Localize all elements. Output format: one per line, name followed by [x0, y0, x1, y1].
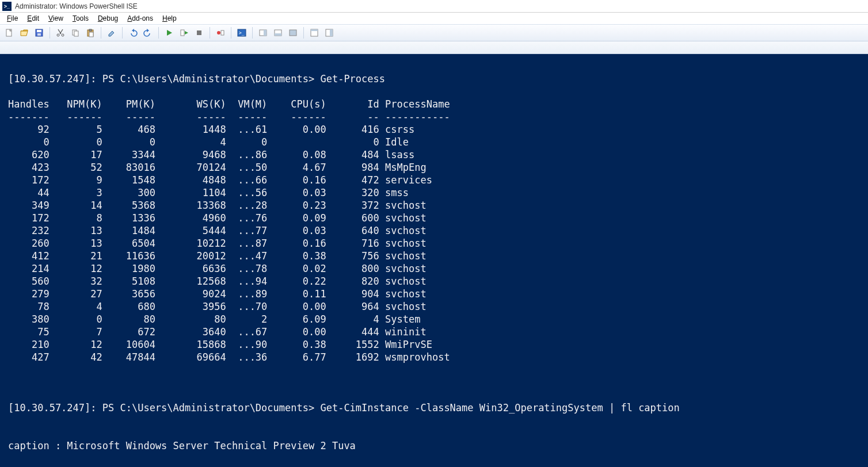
toolbar: >_ [0, 24, 868, 41]
powershell-icon: >_ [2, 2, 12, 11]
menu-tools[interactable]: Tools [68, 13, 93, 24]
titlebar: >_ Administrator: Windows PowerShell ISE [0, 0, 868, 13]
stop-button[interactable] [192, 26, 206, 40]
console-pane[interactable]: [10.30.57.247]: PS C:\Users\Administrato… [0, 54, 868, 467]
svg-rect-3 [37, 30, 41, 32]
breakpoint-icon [216, 28, 225, 37]
new-icon [5, 28, 14, 37]
undo-icon [128, 28, 138, 37]
copy-icon [71, 28, 80, 37]
new-remote-tab-button[interactable]: >_ [235, 26, 249, 40]
separator [101, 27, 101, 39]
svg-rect-10 [89, 29, 92, 31]
svg-marker-13 [147, 29, 149, 32]
svg-rect-28 [311, 29, 318, 31]
save-button[interactable] [32, 26, 46, 40]
svg-rect-26 [290, 30, 296, 36]
stop-icon [195, 28, 204, 37]
svg-point-5 [57, 34, 59, 36]
layout-full-icon [288, 28, 298, 37]
cut-button[interactable] [54, 26, 67, 40]
console-output: [10.30.57.247]: PS C:\Users\Administrato… [8, 60, 860, 452]
svg-rect-17 [197, 30, 201, 35]
save-icon [35, 28, 44, 37]
layout-full-button[interactable] [286, 26, 300, 40]
redo-button[interactable] [141, 26, 155, 40]
svg-rect-15 [181, 30, 184, 36]
separator [158, 27, 159, 39]
menu-view[interactable]: View [44, 13, 68, 24]
layout-bottom-icon [273, 28, 283, 37]
separator [50, 27, 50, 39]
new-button[interactable] [2, 26, 16, 40]
separator [122, 27, 123, 39]
separator [210, 27, 210, 39]
svg-rect-4 [37, 33, 41, 36]
redo-icon [143, 28, 153, 37]
run-button[interactable] [162, 26, 176, 40]
tab-strip [0, 41, 868, 54]
svg-rect-25 [275, 33, 281, 36]
svg-point-6 [62, 34, 64, 36]
svg-rect-19 [221, 30, 224, 35]
show-script-icon [310, 28, 319, 37]
powershell-tab-icon: >_ [237, 28, 246, 37]
svg-rect-30 [330, 29, 333, 36]
separator [252, 27, 253, 39]
separator [231, 27, 231, 39]
undo-button[interactable] [126, 26, 140, 40]
breakpoint-button[interactable] [214, 26, 227, 40]
menubar: File Edit View Tools Debug Add-ons Help [0, 13, 868, 24]
separator [303, 27, 304, 39]
layout-right-icon [258, 28, 268, 37]
run-selection-icon [180, 28, 189, 37]
menu-help[interactable]: Help [158, 13, 181, 24]
paste-icon [86, 28, 95, 37]
svg-point-18 [217, 31, 220, 35]
cut-icon [56, 28, 65, 37]
show-script-button[interactable] [307, 26, 321, 40]
clear-icon [107, 28, 116, 37]
paste-button[interactable] [83, 26, 97, 40]
svg-text:>_: >_ [239, 30, 245, 36]
clear-button[interactable] [105, 26, 119, 40]
svg-marker-16 [185, 31, 188, 35]
window-title: Administrator: Windows PowerShell ISE [15, 2, 138, 10]
svg-marker-12 [132, 29, 134, 32]
menu-file[interactable]: File [2, 13, 22, 24]
menu-addons[interactable]: Add-ons [123, 13, 158, 24]
run-icon [165, 28, 174, 37]
open-icon [20, 28, 29, 37]
show-command-button[interactable] [322, 26, 336, 40]
menu-debug[interactable]: Debug [93, 13, 123, 24]
svg-rect-11 [89, 32, 93, 37]
svg-rect-8 [74, 31, 78, 36]
layout-bottom-button[interactable] [271, 26, 285, 40]
svg-marker-14 [167, 30, 172, 36]
copy-button[interactable] [68, 26, 82, 40]
svg-rect-23 [264, 30, 267, 36]
layout-right-button[interactable] [256, 26, 270, 40]
show-command-icon [325, 28, 334, 37]
menu-edit[interactable]: Edit [22, 13, 44, 24]
run-selection-button[interactable] [177, 26, 191, 40]
open-button[interactable] [17, 26, 31, 40]
